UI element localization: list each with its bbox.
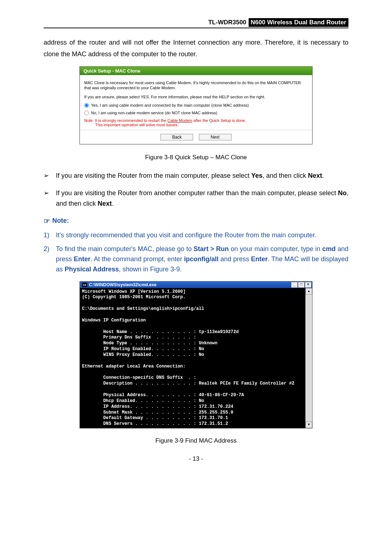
qs-note: Note: It is strongly recommended to rest…: [84, 118, 308, 127]
t: No: [338, 189, 347, 197]
quick-setup-body: MAC Clone is necessary for most users us…: [80, 75, 312, 130]
qs-desc1: MAC Clone is necessary for most users us…: [84, 80, 308, 91]
bullet-item-2: ➢ If you are visiting the Router from an…: [44, 188, 348, 209]
scroll-track[interactable]: [306, 295, 312, 422]
cmd-window: cx C:\WINDOWS\system32\cmd.exe _ □ × Mic…: [79, 281, 313, 429]
t: If you are visiting the Router from anot…: [56, 189, 338, 197]
qs-option-yes[interactable]: Yes, I am using cable modem and connecte…: [84, 103, 308, 108]
t: .: [322, 172, 324, 179]
qs-note-line2: This important operation will solve most…: [95, 123, 308, 127]
bullet-content-2: If you are visiting the Router from anot…: [56, 188, 348, 209]
t: . At the command prompt, enter: [90, 255, 184, 263]
t: Next: [308, 172, 322, 179]
qs-desc2: If you are unsure, please select YES. Fo…: [84, 94, 308, 99]
bullet-marker: ➢: [44, 171, 56, 181]
note-content-1: It's strongly recommended that you visit…: [56, 230, 348, 241]
cmd-scrollbar[interactable]: ▲ ▼: [305, 288, 312, 428]
t: cmd: [322, 245, 336, 253]
note-list: 1) It's strongly recommended that you vi…: [44, 230, 348, 275]
t: Yes: [251, 172, 262, 179]
cmd-output: Microsoft Windows XP [Version 5.1.2600] …: [80, 288, 305, 428]
t: Next: [98, 200, 112, 207]
figure-3-8-caption: Figure 3-8 Quick Setup – MAC Clone: [44, 154, 348, 161]
minimize-button[interactable]: _: [291, 282, 298, 288]
pointing-hand-icon: ☞: [44, 217, 50, 225]
model-label: TL-WDR3500: [208, 19, 246, 26]
back-button[interactable]: Back: [160, 134, 193, 140]
bullet-content-1: If you are visiting the Router from the …: [56, 171, 348, 181]
cmd-titlebar: cx C:\WINDOWS\system32\cmd.exe _ □ ×: [80, 282, 312, 288]
t: ipconfig/all: [184, 255, 219, 263]
note-label: Note:: [52, 217, 69, 225]
t: Enter: [251, 255, 268, 263]
radio-no[interactable]: [84, 111, 89, 115]
quick-setup-screenshot: Quick Setup - MAC Clone MAC Clone is nec…: [79, 66, 313, 144]
radio-no-label: No, I am using non-cable modem service (…: [91, 111, 217, 115]
page-header: TL-WDR3500 N600 Wireless Dual Band Route…: [44, 18, 348, 28]
t: , shown in Figure 3-9.: [119, 266, 181, 273]
scroll-down-icon[interactable]: ▼: [306, 422, 312, 428]
qs-note-underlined: Cable Modem: [167, 118, 192, 123]
note-content-2: To find the main computer's MAC, please …: [56, 244, 348, 275]
manual-page: TL-WDR3500 N600 Wireless Dual Band Route…: [0, 0, 392, 554]
t: Enter: [74, 255, 90, 263]
next-button[interactable]: Next: [199, 134, 232, 140]
note-marker-1: 1): [44, 230, 56, 241]
note-marker-2: 2): [44, 244, 56, 275]
t: .: [112, 200, 114, 207]
close-button[interactable]: ×: [305, 282, 311, 288]
cmd-area: Microsoft Windows XP [Version 5.1.2600] …: [80, 288, 312, 428]
qs-option-no[interactable]: No, I am using non-cable modem service (…: [84, 111, 308, 115]
t: and press: [219, 255, 251, 263]
note-heading: ☞ Note:: [44, 217, 348, 225]
maximize-button[interactable]: □: [298, 282, 305, 288]
t: If you are visiting the Router from the …: [56, 172, 251, 179]
radio-yes[interactable]: [84, 103, 89, 108]
t: Physical Address: [65, 266, 119, 273]
qs-note-after: after the Quick Setup is done.: [192, 118, 246, 123]
t: on your main computer, type in: [229, 245, 322, 253]
intro-paragraph: address of the router and will not offer…: [44, 37, 348, 60]
t: , and then click: [262, 172, 308, 179]
note-item-2: 2) To find the main computer's MAC, plea…: [44, 244, 348, 275]
t: To find the main computer's MAC, please …: [56, 245, 193, 253]
scroll-up-icon[interactable]: ▲: [306, 288, 312, 295]
qs-note-text: It is strongly recommended to restart th…: [94, 118, 167, 123]
radio-yes-label: Yes, I am using cable modem and connecte…: [91, 103, 249, 107]
cmd-title-text: C:\WINDOWS\system32\cmd.exe: [89, 282, 291, 287]
header-inner: TL-WDR3500 N600 Wireless Dual Band Route…: [44, 18, 348, 27]
quick-setup-title: Quick Setup - MAC Clone: [80, 67, 312, 75]
bullet-item-1: ➢ If you are visiting the Router from th…: [44, 171, 348, 181]
figure-3-9-caption: Figure 3-9 Find MAC Address: [44, 437, 348, 444]
product-label: N600 Wireless Dual Band Router: [249, 18, 348, 27]
note-item-1: 1) It's strongly recommended that you vi…: [44, 230, 348, 241]
page-number: - 13 -: [44, 455, 348, 463]
t: Start > Run: [193, 245, 229, 253]
bullet-list: ➢ If you are visiting the Router from th…: [44, 171, 348, 209]
qs-note-prefix: Note:: [84, 118, 94, 123]
qs-button-row: Back Next: [80, 130, 312, 144]
cmd-icon: cx: [82, 283, 87, 287]
bullet-marker: ➢: [44, 188, 56, 209]
